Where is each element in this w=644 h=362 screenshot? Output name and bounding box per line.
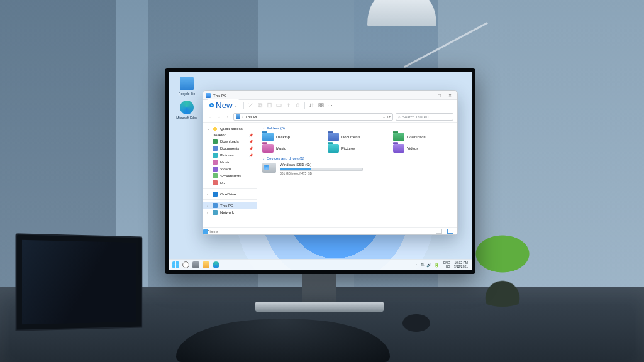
folder-desktop[interactable]: Desktop [262, 133, 321, 141]
folder-documents[interactable]: Documents [328, 133, 387, 141]
sidebar-item-downloads[interactable]: Downloads📌 [203, 138, 257, 145]
folder-label: Videos [407, 146, 418, 150]
details-view-button[interactable] [436, 229, 442, 234]
address-bar[interactable]: › This PC ⌄ ⟳ [233, 113, 393, 121]
sidebar-item-label: Documents [220, 146, 239, 150]
close-button[interactable]: ✕ [445, 92, 455, 99]
section-drives-header[interactable]: ⌄ Devices and drives (1) [262, 156, 452, 160]
language-indicator[interactable]: ENG US [443, 261, 450, 268]
svg-rect-3 [277, 104, 281, 107]
pin-icon: 📌 [249, 133, 253, 137]
sidebar-item-quick-access[interactable]: ⌄ Quick access [203, 125, 257, 132]
desktop-icon-label: Recycle Bin [172, 92, 201, 96]
folder-videos[interactable]: Videos [393, 144, 452, 153]
refresh-button[interactable]: ⟳ [387, 114, 391, 119]
plus-icon: + [209, 103, 214, 107]
section-folders-header[interactable]: ⌄ Folders (6) [262, 126, 452, 130]
folder-icon [213, 139, 218, 144]
sidebar-item-label: Network [220, 211, 234, 214]
drive-item[interactable]: Windows-SSD (C:) 301 GB free of 475 GB [262, 163, 363, 175]
chevron-down-icon: ⌄ [262, 126, 265, 130]
taskbar-edge[interactable] [213, 261, 219, 268]
delete-icon [295, 102, 301, 108]
titlebar[interactable]: This PC ─ ▢ ✕ [203, 91, 457, 100]
folder-downloads[interactable]: Downloads [393, 133, 452, 141]
share-icon [286, 102, 291, 108]
laptop-prop [16, 233, 143, 331]
this-pc-icon [206, 93, 211, 98]
task-view-button[interactable] [192, 261, 199, 268]
lang-line2: US [443, 265, 450, 268]
svg-rect-1 [259, 104, 262, 107]
sort-icon[interactable] [309, 102, 314, 108]
desktop-icon-edge[interactable]: Microsoft Edge [172, 101, 201, 119]
pin-icon: 📌 [249, 146, 253, 150]
battery-icon: 🔋 [434, 263, 440, 268]
taskbar-file-explorer[interactable] [203, 261, 209, 268]
new-button-label: New [216, 101, 233, 110]
svg-rect-0 [258, 104, 261, 107]
paste-icon [267, 102, 272, 108]
folder-icon [328, 144, 339, 153]
up-button[interactable]: ↑ [225, 114, 231, 120]
search-input[interactable]: ⌕ Search This PC [396, 113, 453, 121]
sidebar-item-videos[interactable]: Videos [203, 165, 257, 172]
folder-pictures[interactable]: Pictures [328, 144, 387, 153]
window-title: This PC [213, 94, 226, 97]
drive-icon [262, 163, 276, 173]
sidebar-item-label: Desktop [213, 133, 226, 137]
sidebar-item-label: Screenshots [220, 174, 241, 178]
rename-icon [276, 102, 282, 108]
search-icon: ⌕ [398, 115, 401, 119]
system-tray[interactable]: ⇅ 🔊 🔋 [421, 263, 440, 268]
history-chevron-icon[interactable]: ⌄ [382, 114, 386, 119]
svg-rect-7 [321, 106, 323, 107]
sidebar-item-this-pc[interactable]: › This PC [203, 202, 257, 209]
sidebar-item-label: Videos [220, 167, 231, 171]
chevron-down-icon: ⌄ [235, 104, 237, 107]
sidebar-item-label: Downloads [220, 140, 239, 143]
search-placeholder: Search This PC [402, 115, 429, 119]
sidebar-item-documents[interactable]: Documents📌 [203, 145, 257, 151]
command-bar: + New ⌄ ··· [203, 100, 457, 111]
folder-icon [262, 133, 274, 141]
section-label: Devices and drives (1) [267, 156, 304, 160]
sidebar-item-screenshots[interactable]: Screenshots [203, 172, 257, 179]
clock-date: 7/12/2021 [454, 265, 468, 268]
folder-music[interactable]: Music [262, 144, 321, 153]
sidebar-item-network[interactable]: › Network [203, 209, 257, 216]
clock[interactable]: 10:32 PM 7/12/2021 [454, 261, 468, 268]
screen: Recycle Bin Microsoft Edge This PC ─ ▢ ✕… [169, 72, 472, 270]
sidebar-item-onedrive[interactable]: › OneDrive [203, 190, 257, 197]
chevron-down-icon: ⌄ [262, 156, 265, 160]
section-label: Folders (6) [267, 126, 285, 130]
sidebar-item-m2[interactable]: M2 [203, 179, 257, 186]
start-button[interactable] [172, 261, 179, 268]
more-button[interactable]: ··· [328, 103, 333, 107]
recycle-bin-icon [180, 77, 194, 90]
tray-chevron-icon[interactable]: ^ [416, 263, 417, 267]
minimize-button[interactable]: ─ [425, 92, 435, 99]
taskbar-search-button[interactable] [182, 261, 189, 268]
new-button[interactable]: + New ⌄ [207, 99, 240, 111]
nav-pane: ⌄ Quick access Desktop📌Downloads📌Documen… [203, 123, 257, 227]
sidebar-item-label: Quick access [220, 127, 243, 131]
folder-label: Pictures [341, 146, 355, 150]
chevron-right-icon: › [242, 115, 243, 119]
volume-icon: 🔊 [426, 263, 432, 268]
chevron-right-icon: › [207, 211, 210, 214]
sidebar-item-pictures[interactable]: Pictures📌 [203, 151, 257, 158]
sidebar-item-music[interactable]: Music [203, 158, 257, 165]
file-explorer-window[interactable]: This PC ─ ▢ ✕ + New ⌄ [203, 90, 458, 235]
sidebar-item-label: Pictures [220, 153, 234, 157]
view-icon[interactable] [318, 102, 324, 108]
desktop-icon-recycle-bin[interactable]: Recycle Bin [172, 77, 201, 96]
maximize-button[interactable]: ▢ [435, 92, 445, 99]
breadcrumb[interactable]: This PC [245, 115, 258, 119]
folder-label: Music [276, 146, 286, 150]
tiles-view-button[interactable] [447, 229, 453, 234]
desktop-icon-label: Microsoft Edge [172, 116, 201, 119]
sidebar-item-desktop[interactable]: Desktop📌 [203, 132, 257, 138]
folder-icon [393, 144, 404, 153]
folder-icon [393, 133, 404, 141]
